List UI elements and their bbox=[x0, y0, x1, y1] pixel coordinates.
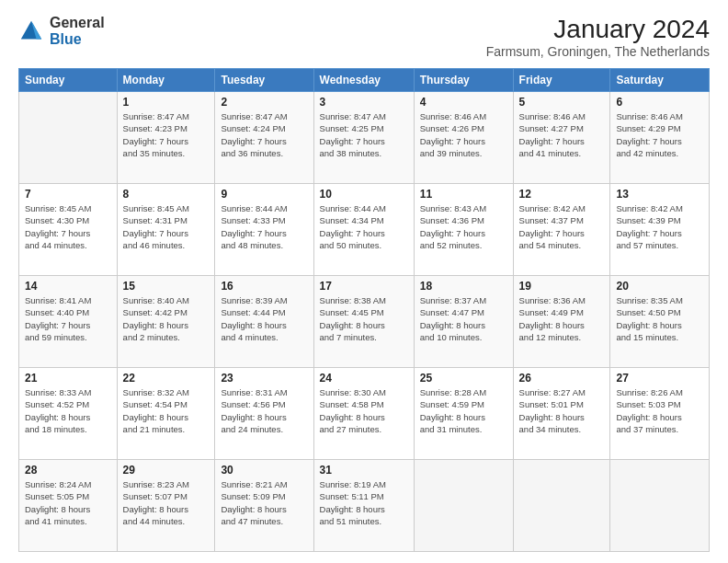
calendar-cell: 20Sunrise: 8:35 AMSunset: 4:50 PMDayligh… bbox=[610, 276, 710, 368]
calendar-cell: 30Sunrise: 8:21 AMSunset: 5:09 PMDayligh… bbox=[215, 460, 313, 552]
day-header-wednesday: Wednesday bbox=[313, 69, 414, 92]
calendar-cell bbox=[610, 460, 710, 552]
logo-general: General bbox=[50, 15, 105, 31]
day-info: Sunrise: 8:35 AMSunset: 4:50 PMDaylight:… bbox=[616, 294, 703, 343]
location-subtitle: Farmsum, Groningen, The Netherlands bbox=[486, 44, 710, 59]
logo: General Blue bbox=[18, 15, 105, 47]
week-row-1: 1Sunrise: 8:47 AMSunset: 4:23 PMDaylight… bbox=[19, 92, 710, 184]
day-header-friday: Friday bbox=[513, 69, 610, 92]
day-number: 30 bbox=[221, 464, 307, 477]
calendar-cell: 19Sunrise: 8:36 AMSunset: 4:49 PMDayligh… bbox=[513, 276, 610, 368]
day-header-thursday: Thursday bbox=[414, 69, 513, 92]
day-number: 16 bbox=[221, 280, 307, 293]
calendar-cell: 10Sunrise: 8:44 AMSunset: 4:34 PMDayligh… bbox=[313, 184, 414, 276]
day-number: 8 bbox=[123, 188, 210, 201]
calendar-cell: 29Sunrise: 8:23 AMSunset: 5:07 PMDayligh… bbox=[117, 460, 215, 552]
day-number: 20 bbox=[616, 280, 703, 293]
calendar-cell: 22Sunrise: 8:32 AMSunset: 4:54 PMDayligh… bbox=[117, 368, 215, 460]
calendar-page: General Blue January 2024 Farmsum, Groni… bbox=[0, 0, 728, 563]
day-info: Sunrise: 8:32 AMSunset: 4:54 PMDaylight:… bbox=[123, 386, 210, 435]
day-number: 23 bbox=[221, 372, 307, 385]
day-number: 9 bbox=[221, 188, 307, 201]
calendar-cell: 9Sunrise: 8:44 AMSunset: 4:33 PMDaylight… bbox=[215, 184, 313, 276]
week-row-4: 21Sunrise: 8:33 AMSunset: 4:52 PMDayligh… bbox=[19, 368, 710, 460]
day-info: Sunrise: 8:44 AMSunset: 4:33 PMDaylight:… bbox=[221, 202, 307, 251]
day-info: Sunrise: 8:21 AMSunset: 5:09 PMDaylight:… bbox=[221, 478, 307, 527]
day-info: Sunrise: 8:19 AMSunset: 5:11 PMDaylight:… bbox=[320, 478, 408, 527]
day-number: 14 bbox=[25, 280, 111, 293]
calendar-cell: 6Sunrise: 8:46 AMSunset: 4:29 PMDaylight… bbox=[610, 92, 710, 184]
day-number: 21 bbox=[25, 372, 111, 385]
title-block: January 2024 Farmsum, Groningen, The Net… bbox=[486, 15, 710, 59]
calendar-cell: 21Sunrise: 8:33 AMSunset: 4:52 PMDayligh… bbox=[19, 368, 118, 460]
week-row-5: 28Sunrise: 8:24 AMSunset: 5:05 PMDayligh… bbox=[19, 460, 710, 552]
calendar-cell: 7Sunrise: 8:45 AMSunset: 4:30 PMDaylight… bbox=[19, 184, 118, 276]
calendar-cell: 16Sunrise: 8:39 AMSunset: 4:44 PMDayligh… bbox=[215, 276, 313, 368]
day-number: 27 bbox=[616, 372, 703, 385]
calendar-cell: 25Sunrise: 8:28 AMSunset: 4:59 PMDayligh… bbox=[414, 368, 513, 460]
day-info: Sunrise: 8:24 AMSunset: 5:05 PMDaylight:… bbox=[25, 478, 111, 527]
calendar-cell: 31Sunrise: 8:19 AMSunset: 5:11 PMDayligh… bbox=[313, 460, 414, 552]
logo-blue: Blue bbox=[50, 31, 105, 48]
days-header-row: SundayMondayTuesdayWednesdayThursdayFrid… bbox=[19, 69, 710, 92]
day-number: 12 bbox=[519, 188, 605, 201]
day-info: Sunrise: 8:40 AMSunset: 4:42 PMDaylight:… bbox=[123, 294, 210, 343]
calendar-cell: 24Sunrise: 8:30 AMSunset: 4:58 PMDayligh… bbox=[313, 368, 414, 460]
day-info: Sunrise: 8:26 AMSunset: 5:03 PMDaylight:… bbox=[616, 386, 703, 435]
day-info: Sunrise: 8:30 AMSunset: 4:58 PMDaylight:… bbox=[320, 386, 408, 435]
day-header-monday: Monday bbox=[117, 69, 215, 92]
day-number: 22 bbox=[123, 372, 210, 385]
calendar-cell: 8Sunrise: 8:45 AMSunset: 4:31 PMDaylight… bbox=[117, 184, 215, 276]
day-info: Sunrise: 8:45 AMSunset: 4:30 PMDaylight:… bbox=[25, 202, 111, 251]
day-info: Sunrise: 8:33 AMSunset: 4:52 PMDaylight:… bbox=[25, 386, 111, 435]
day-info: Sunrise: 8:46 AMSunset: 4:27 PMDaylight:… bbox=[519, 110, 605, 159]
day-number: 26 bbox=[519, 372, 605, 385]
day-number: 7 bbox=[25, 188, 111, 201]
week-row-2: 7Sunrise: 8:45 AMSunset: 4:30 PMDaylight… bbox=[19, 184, 710, 276]
day-header-saturday: Saturday bbox=[610, 69, 710, 92]
day-number: 2 bbox=[221, 96, 307, 109]
day-info: Sunrise: 8:38 AMSunset: 4:45 PMDaylight:… bbox=[320, 294, 408, 343]
calendar-cell bbox=[414, 460, 513, 552]
day-number: 4 bbox=[420, 96, 507, 109]
day-number: 1 bbox=[123, 96, 210, 109]
day-number: 13 bbox=[616, 188, 703, 201]
day-info: Sunrise: 8:39 AMSunset: 4:44 PMDaylight:… bbox=[221, 294, 307, 343]
day-number: 3 bbox=[320, 96, 408, 109]
day-info: Sunrise: 8:42 AMSunset: 4:39 PMDaylight:… bbox=[616, 202, 703, 251]
day-info: Sunrise: 8:46 AMSunset: 4:29 PMDaylight:… bbox=[616, 110, 703, 159]
week-row-3: 14Sunrise: 8:41 AMSunset: 4:40 PMDayligh… bbox=[19, 276, 710, 368]
calendar-table: SundayMondayTuesdayWednesdayThursdayFrid… bbox=[18, 68, 710, 552]
day-number: 19 bbox=[519, 280, 605, 293]
calendar-cell: 1Sunrise: 8:47 AMSunset: 4:23 PMDaylight… bbox=[117, 92, 215, 184]
day-info: Sunrise: 8:41 AMSunset: 4:40 PMDaylight:… bbox=[25, 294, 111, 343]
calendar-cell: 26Sunrise: 8:27 AMSunset: 5:01 PMDayligh… bbox=[513, 368, 610, 460]
calendar-cell: 5Sunrise: 8:46 AMSunset: 4:27 PMDaylight… bbox=[513, 92, 610, 184]
day-info: Sunrise: 8:44 AMSunset: 4:34 PMDaylight:… bbox=[320, 202, 408, 251]
day-info: Sunrise: 8:28 AMSunset: 4:59 PMDaylight:… bbox=[420, 386, 507, 435]
logo-icon bbox=[18, 18, 44, 44]
day-number: 25 bbox=[420, 372, 507, 385]
day-header-tuesday: Tuesday bbox=[215, 69, 313, 92]
day-number: 17 bbox=[320, 280, 408, 293]
calendar-cell: 2Sunrise: 8:47 AMSunset: 4:24 PMDaylight… bbox=[215, 92, 313, 184]
day-info: Sunrise: 8:46 AMSunset: 4:26 PMDaylight:… bbox=[420, 110, 507, 159]
day-number: 24 bbox=[320, 372, 408, 385]
calendar-cell: 12Sunrise: 8:42 AMSunset: 4:37 PMDayligh… bbox=[513, 184, 610, 276]
day-info: Sunrise: 8:31 AMSunset: 4:56 PMDaylight:… bbox=[221, 386, 307, 435]
day-info: Sunrise: 8:37 AMSunset: 4:47 PMDaylight:… bbox=[420, 294, 507, 343]
day-number: 31 bbox=[320, 464, 408, 477]
day-number: 11 bbox=[420, 188, 507, 201]
month-year-title: January 2024 bbox=[486, 15, 710, 44]
calendar-cell: 14Sunrise: 8:41 AMSunset: 4:40 PMDayligh… bbox=[19, 276, 118, 368]
day-info: Sunrise: 8:27 AMSunset: 5:01 PMDaylight:… bbox=[519, 386, 605, 435]
calendar-cell: 27Sunrise: 8:26 AMSunset: 5:03 PMDayligh… bbox=[610, 368, 710, 460]
calendar-cell: 4Sunrise: 8:46 AMSunset: 4:26 PMDaylight… bbox=[414, 92, 513, 184]
day-number: 5 bbox=[519, 96, 605, 109]
calendar-cell bbox=[19, 92, 118, 184]
day-info: Sunrise: 8:45 AMSunset: 4:31 PMDaylight:… bbox=[123, 202, 210, 251]
day-number: 28 bbox=[25, 464, 111, 477]
day-number: 6 bbox=[616, 96, 703, 109]
calendar-cell: 13Sunrise: 8:42 AMSunset: 4:39 PMDayligh… bbox=[610, 184, 710, 276]
calendar-cell: 18Sunrise: 8:37 AMSunset: 4:47 PMDayligh… bbox=[414, 276, 513, 368]
